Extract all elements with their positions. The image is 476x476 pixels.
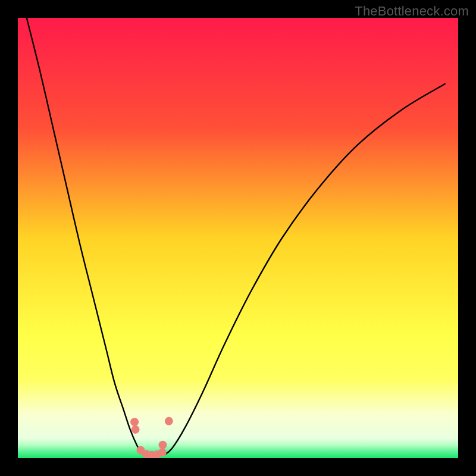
- marker-point: [131, 425, 140, 434]
- marker-point: [165, 417, 173, 425]
- marker-point: [158, 448, 167, 456]
- chart-frame: TheBottleneck.com: [0, 0, 476, 476]
- gradient-bg: [18, 18, 458, 458]
- watermark-text: TheBottleneck.com: [355, 4, 469, 19]
- marker-point: [130, 418, 139, 426]
- marker-point: [158, 441, 167, 449]
- chart-svg: [18, 18, 458, 458]
- plot-area: [18, 18, 458, 458]
